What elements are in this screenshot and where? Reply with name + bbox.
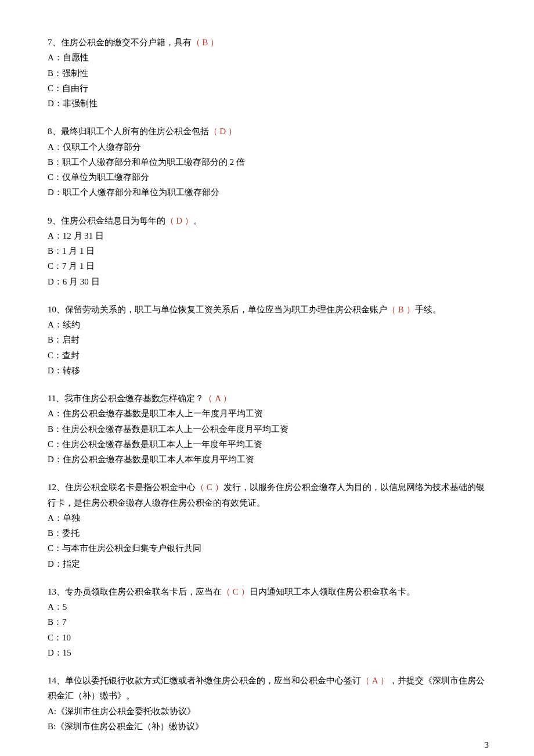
stem-before: 12、住房公积金联名卡是指公积金中心 xyxy=(48,483,196,492)
stem-after: 。 xyxy=(193,216,202,225)
option-c: C：自由行 xyxy=(48,81,489,96)
option-d: D：15 xyxy=(48,645,489,660)
option-b: B：强制性 xyxy=(48,66,489,81)
stem-after: 手续。 xyxy=(415,305,441,314)
option-c: C：与本市住房公积金归集专户银行共同 xyxy=(48,541,489,556)
option-a: A：5 xyxy=(48,599,489,614)
option-b: B：职工个人缴存部分和单位为职工缴存部分的 2 倍 xyxy=(48,154,489,170)
option-d: D：住房公积金缴存基数是职工本人本年度月平均工资 xyxy=(48,452,489,467)
answer-mark: （ B ） xyxy=(192,38,219,47)
option-b: B：7 xyxy=(48,614,489,629)
option-c: C：仅单位为职工缴存部分 xyxy=(48,170,489,185)
option-a: A：12 月 31 日 xyxy=(48,228,489,243)
option-b: B：住房公积金缴存基数是职工本人上一公积金年度月平均工资 xyxy=(48,422,489,437)
option-a: A:《深圳市住房公积金委托收款协议》 xyxy=(48,704,489,719)
option-c: C：住房公积金缴存基数是职工本人上一年度年平均工资 xyxy=(48,437,489,452)
option-b: B：委托 xyxy=(48,525,489,541)
answer-mark: （ A ） xyxy=(361,676,389,685)
option-b: B：1 月 1 日 xyxy=(48,243,489,258)
question-stem: 8、最终归职工个人所有的住房公积金包括（ D ） xyxy=(48,124,489,139)
question-7: 7、住房公积金的缴交不分户籍，具有（ B ） A：自愿性 B：强制性 C：自由行… xyxy=(48,35,489,111)
question-stem: 10、保留劳动关系的，职工与单位恢复工资关系后，单位应当为职工办理住房公积金账户… xyxy=(48,302,489,317)
option-c: C：10 xyxy=(48,630,489,645)
option-d: D：转移 xyxy=(48,363,489,378)
question-8: 8、最终归职工个人所有的住房公积金包括（ D ） A：仅职工个人缴存部分 B：职… xyxy=(48,124,489,200)
stem-before: 11、我市住房公积金缴存基数怎样确定？ xyxy=(48,394,204,403)
option-d: D：职工个人缴存部分和单位为职工缴存部分 xyxy=(48,185,489,200)
option-a: A：自愿性 xyxy=(48,50,489,65)
option-b: B：启封 xyxy=(48,332,489,347)
question-9: 9、住房公积金结息日为每年的（ D ）。 A：12 月 31 日 B：1 月 1… xyxy=(48,213,489,289)
question-stem: 14、单位以委托银行收款方式汇缴或者补缴住房公积金的，应当和公积金中心签订（ A… xyxy=(48,673,489,704)
answer-mark: （ C ） xyxy=(222,587,250,596)
option-c: C：7 月 1 日 xyxy=(48,258,489,273)
option-c: C：查封 xyxy=(48,348,489,363)
question-10: 10、保留劳动关系的，职工与单位恢复工资关系后，单位应当为职工办理住房公积金账户… xyxy=(48,302,489,378)
stem-after: 日内通知职工本人领取住房公积金联名卡。 xyxy=(250,587,415,596)
answer-mark: （ D ） xyxy=(165,216,193,225)
stem-before: 7、住房公积金的缴交不分户籍，具有 xyxy=(48,38,192,47)
option-a: A：单独 xyxy=(48,510,489,525)
answer-mark: （ D ） xyxy=(209,127,237,136)
question-13: 13、专办员领取住房公积金联名卡后，应当在（ C ）日内通知职工本人领取住房公积… xyxy=(48,584,489,660)
page-number: 3 xyxy=(485,737,489,753)
stem-before: 8、最终归职工个人所有的住房公积金包括 xyxy=(48,127,209,136)
option-d: D：6 月 30 日 xyxy=(48,274,489,289)
answer-mark: （ C ） xyxy=(196,483,223,492)
option-d: D：非强制性 xyxy=(48,96,489,111)
stem-before: 13、专办员领取住房公积金联名卡后，应当在 xyxy=(48,587,222,596)
question-stem: 7、住房公积金的缴交不分户籍，具有（ B ） xyxy=(48,35,489,50)
option-a: A：仅职工个人缴存部分 xyxy=(48,139,489,154)
question-11: 11、我市住房公积金缴存基数怎样确定？（ A ） A：住房公积金缴存基数是职工本… xyxy=(48,391,489,467)
question-stem: 13、专办员领取住房公积金联名卡后，应当在（ C ）日内通知职工本人领取住房公积… xyxy=(48,584,489,599)
answer-mark: （ A ） xyxy=(204,394,232,403)
option-d: D：指定 xyxy=(48,556,489,571)
question-stem: 12、住房公积金联名卡是指公积金中心（ C ）发行，以服务住房公积金缴存人为目的… xyxy=(48,480,489,510)
option-a: A：住房公积金缴存基数是职工本人上一年度月平均工资 xyxy=(48,406,489,421)
answer-mark: （ B ） xyxy=(387,305,415,314)
question-stem: 9、住房公积金结息日为每年的（ D ）。 xyxy=(48,213,489,228)
option-b: B:《深圳市住房公积金汇（补）缴协议》 xyxy=(48,719,489,734)
page-container: 7、住房公积金的缴交不分户籍，具有（ B ） A：自愿性 B：强制性 C：自由行… xyxy=(0,0,534,756)
stem-before: 9、住房公积金结息日为每年的 xyxy=(48,216,165,225)
stem-before: 14、单位以委托银行收款方式汇缴或者补缴住房公积金的，应当和公积金中心签订 xyxy=(48,676,361,685)
question-stem: 11、我市住房公积金缴存基数怎样确定？（ A ） xyxy=(48,391,489,406)
option-a: A：续约 xyxy=(48,317,489,332)
stem-before: 10、保留劳动关系的，职工与单位恢复工资关系后，单位应当为职工办理住房公积金账户 xyxy=(48,305,387,314)
question-12: 12、住房公积金联名卡是指公积金中心（ C ）发行，以服务住房公积金缴存人为目的… xyxy=(48,480,489,571)
question-14: 14、单位以委托银行收款方式汇缴或者补缴住房公积金的，应当和公积金中心签订（ A… xyxy=(48,673,489,734)
